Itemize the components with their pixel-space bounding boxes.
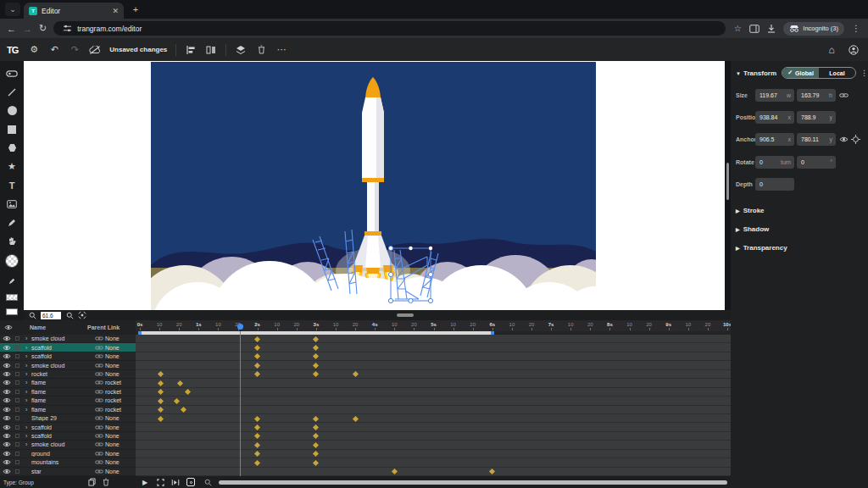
layer-row-rocket[interactable]: ›rocketNone [0, 370, 136, 379]
layer-row-smoke-cloud[interactable]: ›smoke cloudNone [0, 335, 136, 343]
layer-row-Shape-29[interactable]: Shape 29None [0, 414, 136, 423]
keyframe-track-rocket[interactable] [136, 370, 731, 379]
eye-icon[interactable] [3, 407, 11, 413]
eye-icon[interactable] [3, 389, 11, 395]
play-button[interactable]: ▶ [141, 478, 149, 486]
layer-checkbox[interactable] [15, 398, 19, 402]
eye-icon[interactable] [3, 353, 11, 359]
keyframe-diamond[interactable] [313, 371, 319, 377]
link-icon[interactable] [95, 433, 103, 439]
delete-icon[interactable] [255, 44, 267, 56]
zoom-level-input[interactable] [41, 312, 61, 319]
keyframe-diamond[interactable] [254, 363, 260, 369]
link-icon[interactable] [95, 459, 103, 465]
ellipse-tool[interactable] [6, 105, 18, 116]
eye-icon[interactable] [3, 397, 11, 403]
keyframe-track-scaffold[interactable] [136, 432, 731, 441]
work-area-handle[interactable] [138, 331, 142, 335]
layer-checkbox[interactable] [15, 460, 19, 464]
keyframe-diamond[interactable] [158, 415, 164, 421]
keyframe-diamond[interactable] [158, 398, 164, 404]
layer-row-mountains[interactable]: mountainsNone [0, 458, 136, 467]
layer-checkbox[interactable] [15, 336, 19, 341]
keyframe-diamond[interactable] [313, 451, 319, 457]
link-icon[interactable] [95, 424, 103, 430]
eye-icon[interactable] [3, 415, 11, 421]
new-tab-button[interactable]: + [129, 3, 142, 16]
select-tool[interactable] [6, 68, 18, 79]
transform-section-header[interactable]: ▼Transform [736, 69, 776, 77]
keyframe-diamond[interactable] [313, 460, 319, 466]
keyframe-diamond[interactable] [174, 398, 180, 404]
pattern-swatch[interactable] [6, 294, 18, 301]
link-icon[interactable] [95, 336, 103, 341]
keyframe-diamond[interactable] [158, 407, 164, 413]
eye-icon[interactable] [3, 380, 11, 385]
link-icon[interactable] [95, 363, 103, 369]
layer-row-scaffold[interactable]: ›scaffoldNone [0, 352, 136, 361]
keyframe-diamond[interactable] [392, 469, 398, 474]
trangram-logo[interactable]: TG [7, 45, 18, 55]
expand-arrow[interactable]: › [23, 432, 30, 440]
layer-row-smoke-cloud[interactable]: ›smoke cloudNone [0, 361, 136, 369]
layer-row-scaffold[interactable]: ›scaffoldNone [0, 423, 136, 431]
expand-arrow[interactable]: › [23, 379, 30, 386]
fit-screen-icon[interactable] [78, 311, 86, 319]
layer-checkbox[interactable] [15, 372, 19, 376]
layer-checkbox[interactable] [15, 434, 19, 438]
keyframe-diamond[interactable] [313, 442, 319, 448]
line-tool[interactable] [6, 86, 18, 97]
link-icon[interactable] [95, 371, 103, 377]
animation-frame[interactable] [151, 62, 596, 310]
eye-icon[interactable] [3, 451, 11, 457]
eye-icon[interactable] [3, 424, 11, 430]
undo-icon[interactable]: ↶ [48, 44, 60, 56]
layer-checkbox[interactable] [15, 442, 19, 446]
tab-search-button[interactable]: ⌄ [5, 3, 20, 16]
white-swatch[interactable] [6, 308, 18, 315]
layer-checkbox[interactable] [15, 469, 19, 474]
keyframe-track-scaffold[interactable] [136, 352, 731, 361]
settings-gear-icon[interactable]: ⚙ [28, 44, 40, 56]
layer-row-flame[interactable]: ›flamerocket [0, 379, 136, 387]
layer-checkbox[interactable] [15, 380, 19, 385]
home-icon[interactable]: ⌂ [826, 44, 837, 56]
stroke-pen-icon[interactable] [6, 275, 18, 286]
layer-checkbox[interactable] [15, 408, 19, 412]
keyframe-track-ground[interactable] [136, 450, 731, 458]
rotate-input-1[interactable]: 0turn [755, 156, 794, 169]
keyframe-diamond[interactable] [313, 433, 319, 439]
link-icon[interactable] [95, 451, 103, 457]
layer-row-scaffold[interactable]: ›scaffoldNone [0, 432, 136, 441]
keyframe-track-flame[interactable] [136, 388, 731, 396]
vertical-scrollbar[interactable] [726, 163, 729, 200]
keyframe-diamond[interactable] [158, 371, 164, 377]
eye-icon[interactable] [3, 345, 11, 351]
layer-row-flame[interactable]: ›flamerocket [0, 406, 136, 414]
browser-tab-editor[interactable]: T Editor ✕ [24, 3, 124, 19]
expand-arrow[interactable]: › [23, 344, 30, 352]
canvas-viewport[interactable] [24, 61, 725, 310]
target-icon[interactable] [851, 135, 860, 144]
keyframe-diamond[interactable] [254, 424, 260, 430]
position-input-2[interactable]: 788.9y [797, 111, 836, 124]
work-area-handle[interactable] [491, 331, 494, 335]
eye-icon[interactable] [3, 371, 11, 377]
pen-tool[interactable] [6, 217, 18, 228]
eye-icon[interactable] [3, 363, 11, 369]
account-icon[interactable] [848, 44, 860, 56]
horizontal-scrollbar[interactable] [397, 313, 414, 317]
keyframe-track-smoke-cloud[interactable] [136, 361, 731, 369]
image-tool[interactable] [6, 198, 18, 209]
keyframe-diamond[interactable] [313, 415, 319, 421]
layer-row-scaffold[interactable]: ›scaffoldNone [0, 343, 136, 352]
playhead-handle[interactable] [237, 324, 243, 330]
layer-row-ground[interactable]: groundNone [0, 450, 136, 458]
browser-menu-icon[interactable]: ⋮ [851, 24, 861, 34]
eye-icon[interactable] [3, 441, 11, 447]
link-icon[interactable] [95, 469, 103, 474]
timeline-zoom-icon[interactable] [203, 478, 212, 486]
timeline-grid[interactable]: 0s10201s10202s10203s10204s10205s10206s10… [136, 320, 731, 476]
fill-color-swatch[interactable] [5, 254, 19, 268]
keyframe-track-flame[interactable] [136, 379, 731, 387]
